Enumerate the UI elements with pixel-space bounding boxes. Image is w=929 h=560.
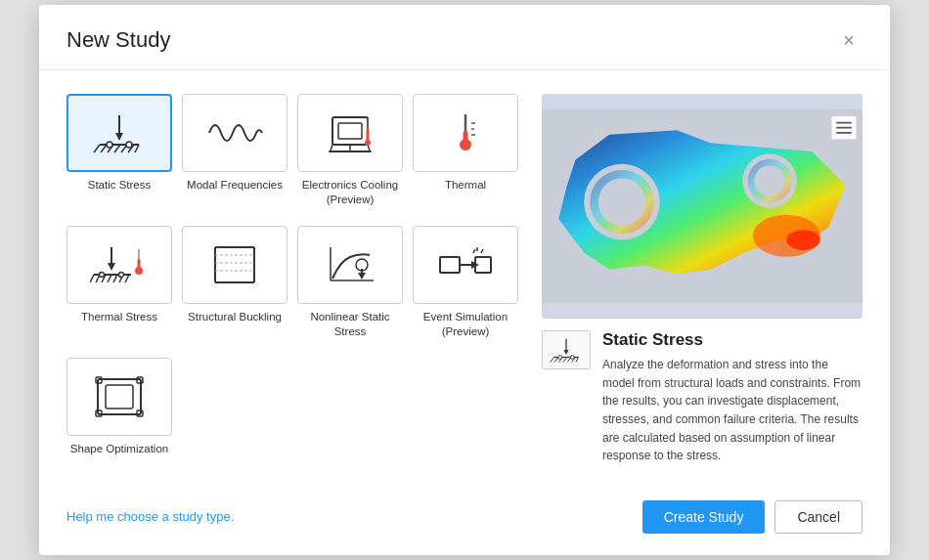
- svg-line-4: [101, 145, 107, 152]
- study-type-grid: Static Stress Modal Frequencies: [66, 94, 518, 465]
- thermal-icon: [436, 109, 495, 156]
- close-button[interactable]: ×: [835, 26, 863, 54]
- svg-line-34: [113, 275, 117, 282]
- study-item-static-stress[interactable]: Static Stress: [66, 94, 172, 216]
- study-item-label-static-stress: Static Stress: [88, 178, 152, 193]
- study-item-nonlinear-static-stress[interactable]: Nonlinear Static Stress: [297, 226, 403, 348]
- svg-point-10: [107, 142, 112, 148]
- study-item-label-thermal: Thermal: [445, 178, 486, 193]
- preview-static-stress-icon: [548, 335, 585, 365]
- study-item-event-simulation[interactable]: Event Simulation (Preview): [413, 226, 518, 348]
- svg-line-36: [125, 275, 129, 282]
- study-icon-box-modal-frequencies[interactable]: [182, 94, 288, 172]
- dialog-body: Static Stress Modal Frequencies: [39, 70, 890, 465]
- dialog-header: New Study ×: [39, 5, 890, 70]
- study-icon-box-thermal[interactable]: [413, 94, 518, 172]
- svg-point-91: [570, 356, 574, 360]
- thermal-stress-icon: [90, 241, 149, 288]
- cancel-button[interactable]: Cancel: [774, 500, 863, 534]
- svg-point-90: [558, 356, 562, 360]
- svg-rect-17: [329, 151, 372, 152]
- study-icon-box-shape-optimization[interactable]: [66, 358, 172, 436]
- study-item-label-modal-frequencies: Modal Frequencies: [187, 178, 283, 193]
- svg-point-37: [100, 273, 105, 278]
- study-icon-box-structural-buckling[interactable]: [182, 226, 288, 304]
- new-study-dialog: New Study ×: [39, 5, 890, 555]
- preview-study-name: Static Stress: [602, 330, 863, 350]
- svg-line-83: [551, 358, 554, 363]
- nonlinear-static-stress-icon: [321, 241, 379, 288]
- structural-buckling-icon: [205, 241, 264, 288]
- preview-panel: Static Stress Analyze the deformation an…: [542, 94, 863, 465]
- svg-rect-20: [367, 129, 370, 143]
- study-item-thermal-stress[interactable]: Thermal Stress: [66, 226, 172, 348]
- svg-marker-52: [358, 273, 366, 280]
- shape-optimization-icon: [90, 373, 149, 420]
- study-item-electronics-cooling[interactable]: Electronics Cooling (Preview): [297, 94, 403, 216]
- preview-image: [542, 94, 863, 319]
- study-icon-box-nonlinear-static-stress[interactable]: [297, 226, 403, 304]
- svg-marker-28: [108, 263, 115, 271]
- study-item-label-thermal-stress: Thermal Stress: [81, 310, 157, 324]
- study-item-label-event-simulation: Event Simulation (Preview): [413, 310, 518, 339]
- study-item-shape-optimization[interactable]: Shape Optimization: [66, 358, 172, 465]
- study-item-label-structural-buckling: Structural Buckling: [188, 310, 282, 324]
- study-item-label-nonlinear-static-stress: Nonlinear Static Stress: [297, 310, 403, 339]
- help-link[interactable]: Help me choose a study type.: [66, 509, 234, 524]
- electronics-cooling-icon: [321, 109, 379, 156]
- svg-line-33: [108, 275, 111, 282]
- preview-info: Static Stress Analyze the deformation an…: [542, 330, 863, 465]
- svg-rect-54: [440, 257, 460, 273]
- svg-line-58: [473, 249, 475, 253]
- svg-line-60: [481, 249, 483, 253]
- svg-rect-41: [138, 259, 141, 271]
- study-icon-box-event-simulation[interactable]: [413, 226, 518, 304]
- svg-line-89: [576, 358, 579, 363]
- svg-point-11: [126, 142, 132, 148]
- study-icon-box-electronics-cooling[interactable]: [297, 94, 403, 172]
- svg-line-14: [331, 145, 332, 151]
- event-simulation-icon: [436, 241, 495, 288]
- study-item-structural-buckling[interactable]: Structural Buckling: [182, 226, 288, 348]
- dialog-title: New Study: [66, 27, 170, 53]
- study-icon-box-static-stress[interactable]: [66, 94, 172, 172]
- study-item-label-electronics-cooling: Electronics Cooling (Preview): [297, 178, 403, 207]
- dialog-footer: Help me choose a study type. Create Stud…: [39, 481, 890, 555]
- svg-point-75: [786, 230, 820, 250]
- svg-line-3: [94, 145, 100, 152]
- modal-frequencies-icon: [205, 109, 264, 156]
- preview-description: Analyze the deformation and stress into …: [602, 356, 863, 465]
- svg-line-30: [90, 275, 94, 282]
- svg-line-84: [554, 358, 558, 363]
- create-study-button[interactable]: Create Study: [642, 500, 766, 534]
- svg-marker-81: [564, 350, 569, 355]
- svg-rect-62: [106, 385, 133, 409]
- svg-rect-13: [338, 123, 362, 139]
- svg-point-70: [598, 179, 645, 226]
- svg-point-38: [119, 273, 124, 278]
- preview-text-block: Static Stress Analyze the deformation an…: [602, 330, 863, 465]
- svg-point-73: [755, 166, 785, 196]
- study-item-modal-frequencies[interactable]: Modal Frequencies: [182, 94, 288, 216]
- static-stress-icon: [90, 109, 149, 156]
- svg-line-86: [563, 358, 567, 363]
- svg-marker-1: [115, 133, 123, 141]
- study-icon-box-thermal-stress[interactable]: [66, 226, 172, 304]
- study-item-thermal[interactable]: Thermal: [413, 94, 518, 216]
- preview-study-icon: [542, 330, 591, 369]
- svg-rect-23: [464, 131, 468, 145]
- fea-visualization: [542, 94, 863, 319]
- svg-line-9: [135, 145, 139, 152]
- footer-buttons: Create Study Cancel: [642, 500, 863, 534]
- svg-line-6: [114, 145, 120, 152]
- study-item-label-shape-optimization: Shape Optimization: [70, 442, 168, 456]
